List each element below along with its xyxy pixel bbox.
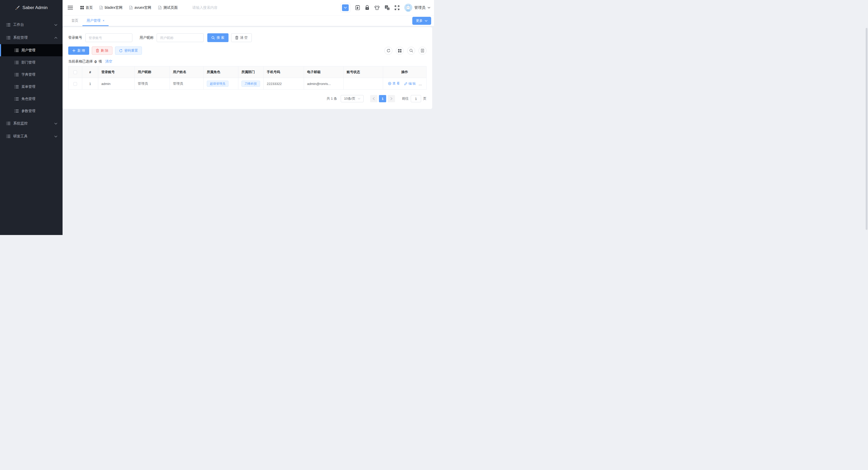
chevron-down-icon [54, 136, 57, 137]
nav-item-label: 首页 [86, 5, 93, 10]
trash-icon [235, 36, 238, 39]
crud-toolbar: 新 增 删 除 密码重置 [68, 46, 427, 55]
list-icon [6, 135, 10, 138]
users-table: # 登录账号 用户昵称 用户姓名 所属角色 所属部门 手机号码 电子邮箱 账号状… [68, 66, 427, 90]
sidebar-item-params[interactable]: 参数管理 [0, 105, 63, 117]
edit-link[interactable]: 编 辑 [404, 81, 416, 86]
search-icon[interactable] [407, 47, 415, 55]
app-title: Saber Admin [23, 5, 48, 10]
list-icon [6, 23, 10, 27]
user-menu[interactable]: 管理员 [404, 4, 431, 12]
account-input[interactable] [85, 33, 132, 42]
nickname-label: 用户昵称 [140, 35, 154, 40]
page-number-1[interactable]: 1 [379, 95, 386, 102]
column-status: 账号状态 [344, 66, 383, 78]
grid-icon[interactable] [396, 47, 404, 55]
eye-icon [388, 82, 391, 85]
sidebar-item-users[interactable]: 用户管理 [0, 44, 63, 56]
app-logo[interactable]: Saber Admin [0, 0, 63, 15]
debug-icon[interactable] [355, 5, 360, 10]
nav-item-bladex[interactable]: bladex官网 [99, 5, 123, 10]
document-icon [129, 6, 133, 9]
more-button[interactable]: 更多 [412, 17, 431, 25]
tab-label: 用户管理 [87, 18, 100, 23]
column-phone: 手机号码 [264, 66, 304, 78]
list-icon [14, 97, 19, 101]
column-name: 用户姓名 [170, 66, 204, 78]
chevron-left-icon [373, 97, 375, 100]
select-all-checkbox[interactable] [73, 70, 77, 74]
sidebar-item-label: 工作台 [13, 23, 24, 27]
lock-icon[interactable] [365, 5, 369, 10]
column-role: 所属角色 [204, 66, 238, 78]
nav-item-label: 测试页面 [163, 5, 178, 10]
row-checkbox[interactable] [73, 82, 77, 86]
fullscreen-icon[interactable] [395, 5, 399, 10]
page-size-select[interactable]: 10条/页 [341, 95, 364, 102]
top-header: 首页 bladex官网 avuex官网 测试页面 请输入搜索内容 [63, 0, 434, 15]
account-label: 登录账号 [68, 35, 82, 40]
next-page-button[interactable] [388, 95, 395, 102]
log-icon[interactable] [418, 47, 427, 55]
filter-form: 登录账号 用户昵称 搜 索 清 空 [68, 33, 427, 42]
add-button[interactable]: 新 增 [68, 46, 89, 55]
selection-suffix: 项 [98, 59, 102, 64]
cell-index: 1 [82, 78, 98, 90]
sidebar-item-dictionary[interactable]: 字典管理 [0, 68, 63, 80]
search-button[interactable]: 搜 索 [207, 33, 228, 42]
prev-page-button[interactable] [370, 95, 377, 102]
role-tag: 超级管理员 [207, 80, 228, 87]
clear-button[interactable]: 清 空 [231, 33, 252, 42]
tab-users[interactable]: 用户管理 × [83, 15, 108, 26]
translate-icon[interactable]: 中A [384, 5, 390, 10]
trash-icon [420, 82, 423, 85]
sidebar-item-workbench[interactable]: 工作台 [0, 18, 63, 31]
selection-prefix: 当前表格已选择 [68, 59, 93, 64]
header-right: 中A 管理员 [340, 3, 431, 13]
column-account: 登录账号 [98, 66, 135, 78]
sidebar-item-label: 菜单管理 [22, 85, 35, 89]
page-size-value: 10条/页 [344, 96, 355, 101]
theme-icon[interactable] [374, 5, 380, 10]
column-index: # [82, 66, 98, 78]
global-search-input[interactable]: 请输入搜索内容 [192, 5, 218, 10]
column-nickname: 用户昵称 [135, 66, 170, 78]
sidebar-submenu-system: 用户管理 部门管理 字典管理 菜单管理 角色管理 参数管理 [0, 44, 63, 117]
delete-button[interactable]: 删 除 [92, 46, 113, 55]
nav-item-avuex[interactable]: avuex官网 [129, 5, 151, 10]
sidebar-item-monitor[interactable]: 系统监控 [0, 117, 63, 130]
sidebar-item-menus[interactable]: 菜单管理 [0, 80, 63, 93]
selection-info: 当前表格已选择 0 项 清空 [68, 59, 427, 64]
dept-tag: 刀锋科技 [241, 80, 260, 87]
list-icon [14, 61, 19, 64]
refresh-icon [119, 49, 123, 53]
collapse-top-icon[interactable] [340, 3, 350, 13]
close-icon[interactable]: × [103, 19, 104, 23]
password-reset-button[interactable]: 密码重置 [115, 46, 142, 55]
sidebar-item-devtools[interactable]: 研发工具 [0, 130, 63, 143]
view-link[interactable]: 查 看 [388, 81, 400, 86]
nav-item-testpage[interactable]: 测试页面 [158, 5, 178, 10]
cell-name: 管理员 [170, 78, 204, 90]
sidebar-item-departments[interactable]: 部门管理 [0, 56, 63, 68]
hamburger-menu-icon[interactable] [66, 3, 75, 12]
sidebar: Saber Admin 工作台 系统管理 用户管理 部门管理 [0, 0, 63, 235]
pencil-icon [404, 82, 407, 85]
sidebar-item-label: 字典管理 [22, 72, 35, 77]
sidebar-item-roles[interactable]: 角色管理 [0, 93, 63, 105]
goto-page-input[interactable] [411, 95, 421, 102]
refresh-icon[interactable] [384, 47, 392, 55]
sidebar-item-system[interactable]: 系统管理 [0, 31, 63, 44]
nav-item-label: avuex官网 [134, 5, 151, 10]
cell-actions: 查 看 编 辑 删 除 [383, 78, 427, 90]
table-row: 1 admin 管理员 管理员 超级管理员 刀锋科技 22233322 admi… [68, 78, 427, 90]
nickname-input[interactable] [157, 33, 204, 42]
tab-home[interactable]: 首页 [67, 15, 83, 26]
nav-item-home[interactable]: 首页 [81, 5, 93, 10]
column-actions: 操作 [383, 66, 427, 78]
delete-link[interactable]: 删 除 [420, 81, 426, 86]
document-icon [158, 6, 161, 9]
selection-clear-link[interactable]: 清空 [105, 59, 112, 64]
document-icon [99, 6, 103, 9]
column-email: 电子邮箱 [304, 66, 344, 78]
